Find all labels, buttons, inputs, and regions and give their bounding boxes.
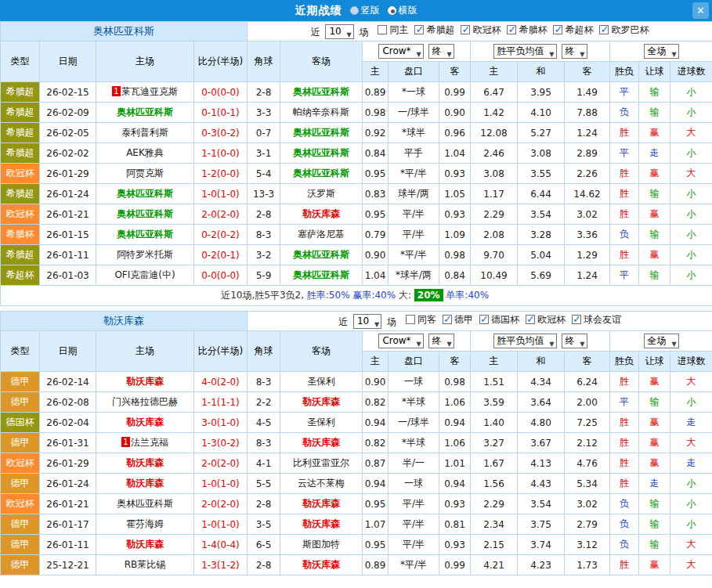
home-water-odds: 0.95: [363, 494, 389, 514]
league-filter-checkbox[interactable]: 同客: [406, 313, 436, 326]
handicap-line: *半球: [389, 433, 439, 453]
euro-win-odds: 2.34: [471, 514, 518, 535]
euro-draw-odds: 4.13: [518, 453, 565, 474]
summary-text: 赢率:40%: [352, 290, 396, 301]
team-name: 圣保利: [280, 413, 363, 433]
scope-select[interactable]: 全场: [644, 334, 679, 348]
goals-result: 小: [670, 474, 712, 494]
odds-company-select[interactable]: Crow*: [378, 44, 423, 59]
checkbox-label: 希腊杯: [519, 23, 547, 37]
match-score: 2-0(2-0): [194, 204, 248, 225]
match-result: 胜: [610, 372, 639, 392]
euro-draw-odds: 3.54: [518, 494, 565, 514]
column-header: 和: [518, 352, 565, 372]
home-water-odds: 1.04: [363, 265, 389, 286]
euro-lose-odds: 2.00: [565, 392, 610, 413]
home-water-odds: 0.79: [363, 225, 389, 245]
team-name-text: 比利亚雷亚尔: [293, 457, 349, 468]
match-row: 德国杯26-02-04勒沃库森3-0(1-0)4-5圣保利0.94一/球半0.9…: [1, 413, 712, 433]
rank-badge: 1: [121, 437, 130, 447]
match-score: 0-3(0-2): [194, 123, 248, 143]
match-date: 26-01-24: [40, 474, 96, 494]
euro-time-select[interactable]: 终: [562, 44, 587, 59]
match-date: 26-02-04: [40, 413, 96, 433]
match-score: 1-0(1-0): [194, 184, 248, 204]
scope-select[interactable]: 全场: [644, 44, 679, 59]
euro-time-select[interactable]: 终: [562, 334, 587, 348]
handicap-result: 走: [639, 474, 670, 494]
euro-lose-odds: 1.73: [565, 555, 610, 575]
league-filter-checkbox[interactable]: 欧冠杯: [461, 23, 501, 37]
league-filter-checkbox[interactable]: 希腊杯: [507, 23, 547, 37]
games-count-select[interactable]: 10: [353, 314, 381, 329]
goals-result: 大: [670, 433, 712, 453]
checkbox-label: 同主: [389, 23, 408, 37]
euro-draw-odds: 3.67: [518, 433, 565, 453]
match-row: 希腊超26-02-05泰利普利斯0-3(0-2)0-7奥林匹亚科斯0.92*球半…: [1, 123, 712, 143]
league-filter-checkbox[interactable]: 球会友谊: [572, 313, 621, 326]
league-filter-checkbox[interactable]: 欧罗巴杯: [599, 23, 649, 37]
column-header: 和: [518, 62, 565, 82]
match-result: 胜: [610, 433, 639, 453]
home-water-odds: 0.82: [363, 392, 389, 413]
league-filter-checkbox[interactable]: 希超杯: [553, 23, 593, 37]
league-type-badge: 希腊超: [1, 123, 40, 143]
column-header: 主: [363, 352, 389, 372]
odds-time-select[interactable]: 终: [428, 334, 454, 348]
select-value: 10: [329, 26, 341, 37]
league-filter-checkbox[interactable]: 德国杯: [479, 313, 519, 326]
handicap-result: 输: [639, 514, 670, 535]
match-row: 希腊杯26-01-15奥林匹亚科斯0-2(0-2)8-3塞萨洛尼基0.79平/半…: [1, 225, 712, 245]
team-name: 阿贾克斯: [96, 164, 194, 184]
corner-score: 5-9: [248, 265, 280, 286]
corner-score: 6-5: [248, 535, 280, 555]
euro-lose-odds: 5.34: [565, 474, 610, 494]
team-name-text: 斯图加特: [302, 539, 340, 550]
corner-score: 4-5: [248, 413, 280, 433]
match-result: 胜: [610, 184, 639, 204]
team-name-text: RB莱比锡: [125, 559, 166, 570]
odds-company-select[interactable]: Crow*: [378, 334, 423, 348]
handicap-result: 赢: [639, 433, 670, 453]
checkbox-unchecked-icon: [406, 315, 415, 324]
league-filter-checkbox[interactable]: 同主: [378, 23, 408, 37]
team-name-text: 云达不莱梅: [298, 478, 345, 489]
team-name-text: 莱瓦迪亚克斯: [121, 86, 178, 97]
league-filter-checkbox[interactable]: 希腊超: [414, 23, 454, 37]
team-name: 斯图加特: [280, 535, 363, 555]
away-water-odds: 1.01: [439, 453, 471, 474]
team-name-text: 勒沃库森: [302, 498, 340, 509]
corner-score: 5-4: [248, 164, 280, 184]
away-water-odds: 0.98: [439, 372, 471, 392]
euro-lose-odds: 6.24: [565, 372, 610, 392]
team-name: 奥林匹亚科斯: [280, 123, 363, 143]
team-name-text: 法兰克福: [131, 437, 168, 448]
league-filter-checkbox[interactable]: 欧冠杯: [526, 313, 566, 326]
match-score: 3-0(1-0): [194, 413, 248, 433]
column-header: 角球: [248, 331, 280, 372]
match-score: 1-4(0-4): [194, 535, 248, 555]
euro-draw-odds: 6.44: [518, 184, 565, 204]
euro-lose-odds: 7.88: [565, 103, 610, 123]
league-filter-checkbox[interactable]: 德甲: [443, 313, 473, 326]
layout-radio-horizontal[interactable]: 横版: [388, 4, 417, 17]
column-header: 日期: [40, 41, 96, 82]
games-count-select[interactable]: 10: [325, 24, 353, 39]
team-name-text: AEK雅典: [126, 147, 164, 158]
euro-odds-select[interactable]: 胜平负均值: [493, 44, 557, 59]
away-water-odds: 1.04: [439, 143, 471, 164]
corner-score: 3-1: [248, 143, 280, 164]
away-water-odds: 0.98: [439, 245, 471, 265]
layout-radio-vertical[interactable]: 竖版: [350, 4, 380, 17]
euro-lose-odds: 3.12: [565, 535, 610, 555]
euro-win-odds: 9.70: [471, 245, 518, 265]
goals-result: 小: [670, 514, 712, 535]
euro-draw-odds: 3.64: [518, 392, 565, 413]
odds-time-select[interactable]: 终: [428, 44, 454, 59]
euro-odds-select[interactable]: 胜平负均值: [493, 334, 557, 348]
euro-odds-controls: 胜平负均值终: [471, 331, 610, 352]
close-icon[interactable]: ✕: [692, 2, 709, 19]
goals-result: 大: [670, 372, 712, 392]
match-score: 1-1(0-0): [194, 143, 248, 164]
euro-win-odds: 4.21: [471, 555, 518, 575]
